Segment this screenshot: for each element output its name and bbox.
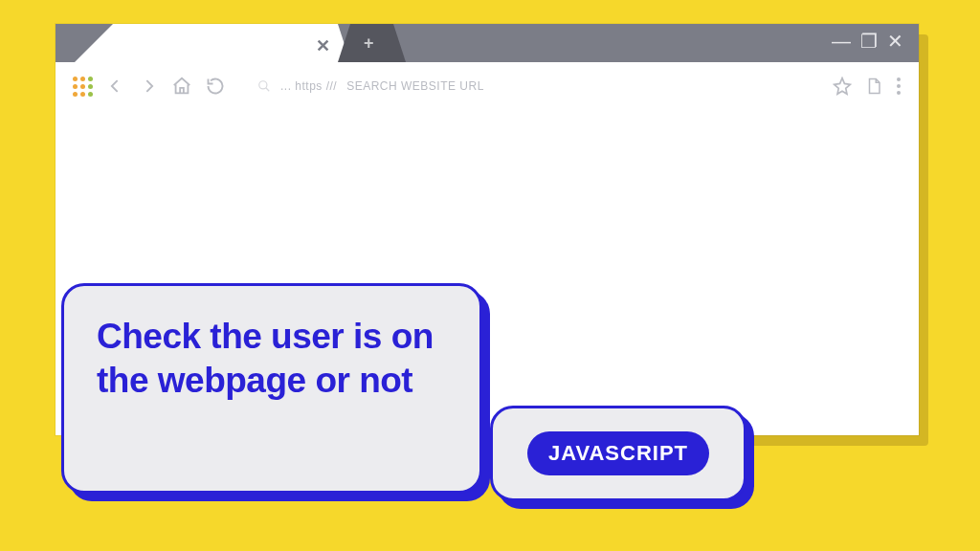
window-maximize-icon[interactable]: ❐ — [860, 32, 878, 51]
star-icon[interactable] — [833, 77, 852, 96]
reload-icon[interactable] — [206, 77, 225, 96]
tag-card: JAVASCRIPT — [490, 406, 746, 501]
kebab-menu-icon[interactable] — [896, 77, 902, 96]
svg-point-2 — [897, 84, 901, 88]
url-bar[interactable]: ... https /// SEARCH WEBSITE URL — [238, 79, 819, 93]
window-controls: — ❐ ✕ — [832, 32, 903, 51]
tab-close-icon[interactable]: ✕ — [316, 35, 330, 56]
back-icon[interactable] — [106, 77, 125, 96]
plus-icon: + — [364, 33, 374, 54]
window-close-icon[interactable]: ✕ — [887, 32, 903, 51]
browser-tab-active[interactable]: ✕ — [113, 24, 338, 62]
url-prefix: ... https /// — [280, 79, 337, 93]
search-icon — [257, 79, 271, 93]
url-placeholder: SEARCH WEBSITE URL — [346, 79, 484, 93]
title-card: Check the user is on the webpage or not — [61, 283, 482, 494]
home-icon[interactable] — [171, 76, 192, 97]
window-minimize-icon[interactable]: — — [832, 32, 851, 51]
tag-pill: JAVASCRIPT — [527, 431, 709, 475]
svg-point-1 — [897, 77, 901, 81]
title-text: Check the user is on the webpage or not — [97, 315, 447, 404]
app-grid-icon[interactable] — [73, 77, 93, 97]
svg-point-3 — [897, 91, 901, 95]
forward-icon[interactable] — [139, 77, 158, 96]
svg-point-0 — [259, 81, 267, 89]
browser-titlebar: ✕ + — ❐ ✕ — [56, 24, 919, 62]
document-icon[interactable] — [865, 77, 882, 96]
new-tab-button[interactable]: + — [350, 24, 393, 62]
browser-toolbar: ... https /// SEARCH WEBSITE URL — [56, 62, 919, 110]
